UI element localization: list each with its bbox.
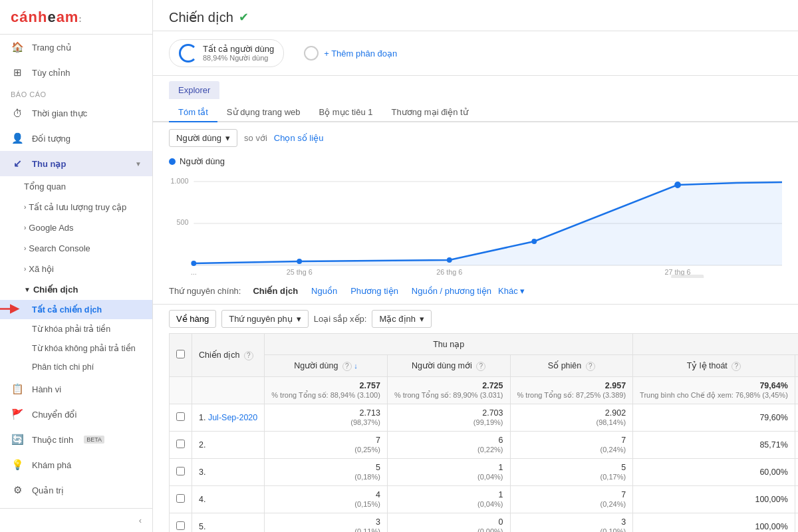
- go-back-button[interactable]: Về hàng: [169, 310, 216, 328]
- select-all-checkbox[interactable]: [176, 350, 185, 358]
- row-select[interactable]: [176, 521, 185, 530]
- tab-su-dung-trang-web[interactable]: Sử dụng trang web: [217, 103, 310, 122]
- sidebar-item-label: Tổng quan: [24, 182, 66, 192]
- th-nguoi-dung[interactable]: Người dùng ? ↓: [265, 355, 388, 377]
- segment-spinner: [179, 44, 198, 63]
- grid-icon: ⊞: [11, 66, 24, 78]
- refresh-icon: 🔄: [11, 434, 24, 446]
- secondary-dim-dropdown[interactable]: Thứ nguyên phụ ▾: [221, 310, 309, 328]
- row-ty-le-thoat: 60,00%: [633, 458, 795, 485]
- table-row: 4. 4 (0,15%) 1 (0,04%) 7 (0,24%) 100,00%: [170, 485, 799, 513]
- svg-point-7: [191, 261, 196, 266]
- line-chart: 1.000 500 ... 25 thg 6 2: [169, 172, 782, 278]
- logo-text: cánheam:: [11, 9, 82, 26]
- row-ty-le-thoat: 85,71%: [633, 431, 795, 458]
- th-hanh-vi: Hành vi: [633, 334, 798, 355]
- sidebar-item-label: Search Console: [29, 243, 90, 253]
- row-ty-le-thoat: 100,00%: [633, 513, 795, 532]
- table-row: 1. Jul-Sep-2020 2.713 (98,37%) 2.703 (99…: [170, 404, 799, 431]
- sidebar-item-xa-hoi[interactable]: › Xã hội: [0, 259, 152, 279]
- info-icon: ?: [586, 362, 595, 371]
- row-select[interactable]: [176, 467, 185, 475]
- sidebar-item-chuyen-doi[interactable]: 🚩 Chuyển đổi: [0, 402, 152, 427]
- dim-tab-nguon[interactable]: Nguồn: [305, 283, 344, 299]
- row-select[interactable]: [176, 494, 185, 503]
- arrow-indicator: [0, 302, 21, 315]
- tab-bo-muc-tieu-1[interactable]: Bộ mục tiêu 1: [310, 103, 382, 122]
- sidebar-item-quan-tri[interactable]: ⚙ Quản trị: [0, 477, 152, 503]
- sort-value: Mặc định: [379, 314, 416, 324]
- metric-dropdown[interactable]: Người dùng ▾: [169, 129, 237, 147]
- sidebar-item-chien-dich[interactable]: ▼ Chiến dịch: [0, 279, 152, 300]
- explorer-tab[interactable]: Explorer: [169, 81, 219, 99]
- row-nguoi-dung-moi: 1 (0,04%): [387, 485, 510, 513]
- all-users-segment[interactable]: Tất cả người dùng 88,94% Người dùng: [169, 39, 284, 67]
- summary-nguoi-dung-moi: 2.725 % trong Tổng số: 89,90% (3.031): [387, 376, 510, 404]
- sidebar-item-hanh-vi[interactable]: 📋 Hành vi: [0, 376, 152, 402]
- person-icon: 👤: [11, 132, 24, 144]
- row-checkbox[interactable]: [170, 431, 192, 458]
- sidebar-item-label: Đối tượng: [32, 134, 70, 144]
- row-checkbox[interactable]: [170, 404, 192, 431]
- home-icon: 🏠: [11, 41, 24, 53]
- row-campaign: 4.: [192, 485, 265, 513]
- row-checkbox[interactable]: [170, 458, 192, 485]
- sidebar-item-label: Khám phá: [32, 460, 71, 470]
- row-select[interactable]: [176, 440, 185, 448]
- table-controls: Về hàng Thứ nguyên phụ ▾ Loại sắp xếp: M…: [153, 305, 798, 333]
- metric-label: Người dùng: [176, 133, 221, 143]
- row-checkbox[interactable]: [170, 485, 192, 513]
- sidebar-item-tat-ca-luu-luong[interactable]: › Tất cả lưu lượng truy cập: [0, 197, 152, 217]
- sidebar-item-tu-khoa-phai-tra-tien[interactable]: Từ khóa phải trả tiền: [0, 319, 152, 338]
- row-nguoi-dung: 4 (0,15%): [265, 485, 388, 513]
- sidebar-item-label: Hành vi: [32, 384, 61, 394]
- sidebar-item-thu-nap[interactable]: ↙ Thu nạp ▼: [0, 151, 152, 176]
- sort-type-label: Loại sắp xếp:: [314, 314, 367, 324]
- sidebar-item-search-console[interactable]: › Search Console: [0, 238, 152, 259]
- tab-thuong-mai-dien-tu[interactable]: Thương mại điện tử: [382, 103, 477, 122]
- sidebar-nav: 🏠 Trang chủ ⊞ Tùy chỉnh BÁO CÁO ⏱ Thời g…: [0, 35, 152, 508]
- legend-label: Người dùng: [180, 156, 225, 166]
- info-icon: ?: [342, 362, 352, 371]
- bao-cao-section: BÁO CÁO: [0, 85, 152, 101]
- row-ty-le-thoat: 79,60%: [633, 404, 795, 431]
- dim-tab-khac[interactable]: Khác ▾: [498, 286, 525, 296]
- row-checkbox[interactable]: [170, 513, 192, 532]
- table-row: 5. 3 (0,11%) 0 (0,00%) 3 (0,10%) 100,00%: [170, 513, 799, 532]
- sidebar-item-phan-tich-chi-phi[interactable]: Phân tích chi phí: [0, 358, 152, 376]
- sidebar-item-kham-pha[interactable]: 💡 Khám phá: [0, 452, 152, 477]
- sidebar-item-label: Từ khóa phải trả tiền: [32, 325, 110, 334]
- status-icon: ✔: [239, 10, 249, 25]
- sidebar-collapse-button[interactable]: ‹: [0, 508, 152, 532]
- sidebar-item-tong-quan[interactable]: Tổng quan: [0, 176, 152, 197]
- summary-nguoi-dung: 2.757 % trong Tổng số: 88,94% (3.100): [265, 376, 388, 404]
- sidebar-item-trang-chu[interactable]: 🏠 Trang chủ: [0, 35, 152, 60]
- row-so-phien: 7 (0,24%): [510, 431, 633, 458]
- sidebar-item-thuoc-tinh[interactable]: 🔄 Thuộc tính BETA: [0, 427, 152, 452]
- add-segment-button[interactable]: + Thêm phân đoạn: [295, 42, 406, 65]
- arrow-down-icon: ↙: [11, 158, 24, 170]
- dim-tab-nguon-phuong-tien[interactable]: Nguồn / phương tiện: [405, 283, 498, 299]
- sidebar-item-tu-khoa-khong-phai-tra-tien[interactable]: Từ khóa không phải trả tiền: [0, 338, 152, 358]
- tab-tom-tat[interactable]: Tóm tắt: [169, 103, 217, 122]
- campaign-link[interactable]: Jul-Sep-2020: [208, 413, 257, 422]
- sort-dropdown[interactable]: Mặc định ▾: [372, 310, 432, 328]
- sidebar-item-thoi-gian-thuc[interactable]: ⏱ Thời gian thực: [0, 101, 152, 126]
- table-row: 2. 7 (0,25%) 6 (0,22%) 7 (0,24%) 85,71%: [170, 431, 799, 458]
- sidebar-item-google-ads[interactable]: › Google Ads: [0, 217, 152, 238]
- choose-metric-link[interactable]: Chọn số liệu: [274, 133, 324, 143]
- svg-point-8: [297, 259, 302, 264]
- row-so-trang: 1,37: [795, 404, 798, 431]
- row-so-phien: 5 (0,17%): [510, 458, 633, 485]
- dim-tab-chien-dich[interactable]: Chiến dịch: [246, 283, 305, 299]
- chevron-icon: ›: [24, 203, 26, 211]
- page-header: Chiến dịch ✔: [153, 0, 798, 31]
- th-chien-dich: Chiến dịch ?: [192, 334, 265, 377]
- row-nguoi-dung-moi: 2.703 (99,19%): [387, 404, 510, 431]
- dim-tab-phuong-tien[interactable]: Phương tiện: [344, 283, 405, 299]
- summary-label: [192, 376, 265, 404]
- row-select[interactable]: [176, 412, 185, 421]
- sidebar-item-doi-tuong[interactable]: 👤 Đối tượng: [0, 126, 152, 151]
- sidebar-item-tat-ca-chien-dich[interactable]: Tất cả chiến dịch: [0, 300, 152, 319]
- sidebar-item-tuy-chinh[interactable]: ⊞ Tùy chỉnh: [0, 60, 152, 85]
